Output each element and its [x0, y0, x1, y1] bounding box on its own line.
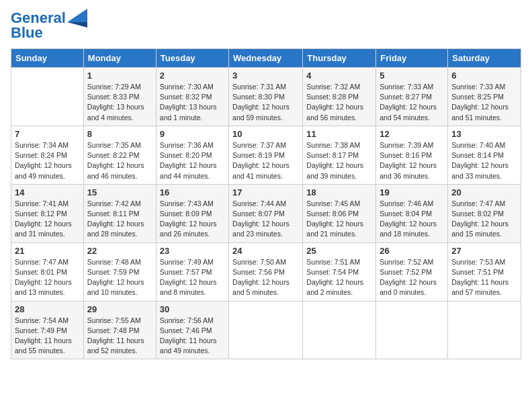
- calendar-cell: 1Sunrise: 7:29 AM Sunset: 8:33 PM Daylig…: [83, 68, 156, 126]
- day-number: 13: [451, 129, 517, 139]
- day-info: Sunrise: 7:37 AM Sunset: 8:19 PM Dayligh…: [232, 140, 299, 181]
- day-info: Sunrise: 7:48 AM Sunset: 7:59 PM Dayligh…: [87, 257, 152, 298]
- calendar-cell: [303, 301, 376, 359]
- calendar-cell: [448, 301, 521, 359]
- calendar-cell: 12Sunrise: 7:39 AM Sunset: 8:16 PM Dayli…: [376, 126, 448, 184]
- day-number: 3: [232, 71, 299, 81]
- day-number: 26: [380, 246, 444, 256]
- day-info: Sunrise: 7:34 AM Sunset: 8:24 PM Dayligh…: [15, 140, 80, 181]
- day-number: 10: [232, 129, 299, 139]
- calendar-cell: 9Sunrise: 7:36 AM Sunset: 8:20 PM Daylig…: [156, 126, 228, 184]
- column-header-friday: Friday: [376, 49, 448, 68]
- calendar-cell: 6Sunrise: 7:33 AM Sunset: 8:25 PM Daylig…: [448, 68, 521, 126]
- day-number: 21: [15, 246, 80, 256]
- day-info: Sunrise: 7:30 AM Sunset: 8:32 PM Dayligh…: [160, 82, 225, 123]
- calendar-cell: [229, 301, 303, 359]
- day-info: Sunrise: 7:47 AM Sunset: 8:01 PM Dayligh…: [15, 257, 80, 298]
- day-info: Sunrise: 7:32 AM Sunset: 8:28 PM Dayligh…: [306, 82, 372, 123]
- calendar-cell: 25Sunrise: 7:51 AM Sunset: 7:54 PM Dayli…: [303, 242, 376, 301]
- day-number: 4: [306, 71, 372, 81]
- calendar-week-row: 28Sunrise: 7:54 AM Sunset: 7:49 PM Dayli…: [11, 301, 521, 359]
- calendar-cell: [376, 301, 448, 359]
- day-info: Sunrise: 7:56 AM Sunset: 7:46 PM Dayligh…: [160, 316, 225, 357]
- calendar-cell: 30Sunrise: 7:56 AM Sunset: 7:46 PM Dayli…: [156, 301, 228, 359]
- logo-blue: Blue: [11, 24, 43, 41]
- day-info: Sunrise: 7:29 AM Sunset: 8:33 PM Dayligh…: [87, 82, 152, 123]
- day-number: 28: [15, 304, 80, 314]
- column-header-tuesday: Tuesday: [156, 49, 228, 68]
- calendar-cell: 28Sunrise: 7:54 AM Sunset: 7:49 PM Dayli…: [11, 301, 84, 359]
- day-number: 2: [160, 71, 225, 81]
- calendar-body: 1Sunrise: 7:29 AM Sunset: 8:33 PM Daylig…: [11, 68, 521, 359]
- calendar-cell: 2Sunrise: 7:30 AM Sunset: 8:32 PM Daylig…: [156, 68, 228, 126]
- day-number: 25: [306, 246, 372, 256]
- day-number: 17: [232, 187, 299, 197]
- day-info: Sunrise: 7:51 AM Sunset: 7:54 PM Dayligh…: [306, 257, 372, 298]
- calendar-cell: 18Sunrise: 7:45 AM Sunset: 8:06 PM Dayli…: [303, 184, 376, 242]
- calendar-cell: 4Sunrise: 7:32 AM Sunset: 8:28 PM Daylig…: [303, 68, 376, 126]
- calendar-cell: 14Sunrise: 7:41 AM Sunset: 8:12 PM Dayli…: [11, 184, 84, 242]
- day-number: 27: [451, 246, 517, 256]
- day-number: 22: [87, 246, 152, 256]
- calendar-cell: 20Sunrise: 7:47 AM Sunset: 8:02 PM Dayli…: [448, 184, 521, 242]
- day-info: Sunrise: 7:38 AM Sunset: 8:17 PM Dayligh…: [306, 140, 372, 181]
- calendar-cell: 19Sunrise: 7:46 AM Sunset: 8:04 PM Dayli…: [376, 184, 448, 242]
- svg-marker-0: [67, 9, 87, 22]
- day-number: 15: [87, 187, 152, 197]
- calendar-cell: 10Sunrise: 7:37 AM Sunset: 8:19 PM Dayli…: [229, 126, 303, 184]
- day-info: Sunrise: 7:53 AM Sunset: 7:51 PM Dayligh…: [451, 257, 517, 298]
- svg-marker-1: [67, 22, 87, 28]
- day-number: 18: [306, 187, 372, 197]
- column-header-monday: Monday: [83, 49, 156, 68]
- calendar-cell: 13Sunrise: 7:40 AM Sunset: 8:14 PM Dayli…: [448, 126, 521, 184]
- calendar-cell: 23Sunrise: 7:49 AM Sunset: 7:57 PM Dayli…: [156, 242, 228, 301]
- day-number: 12: [380, 129, 444, 139]
- day-number: 24: [232, 246, 299, 256]
- day-info: Sunrise: 7:33 AM Sunset: 8:27 PM Dayligh…: [380, 82, 444, 123]
- day-info: Sunrise: 7:43 AM Sunset: 8:09 PM Dayligh…: [160, 199, 225, 240]
- day-number: 11: [306, 129, 372, 139]
- day-info: Sunrise: 7:50 AM Sunset: 7:56 PM Dayligh…: [232, 257, 299, 298]
- day-info: Sunrise: 7:54 AM Sunset: 7:49 PM Dayligh…: [15, 316, 80, 357]
- day-number: 6: [451, 71, 517, 81]
- day-number: 30: [160, 304, 225, 314]
- calendar-cell: 3Sunrise: 7:31 AM Sunset: 8:30 PM Daylig…: [229, 68, 303, 126]
- day-info: Sunrise: 7:33 AM Sunset: 8:25 PM Dayligh…: [451, 82, 517, 123]
- logo-text: General Blue: [11, 11, 66, 40]
- calendar-week-row: 21Sunrise: 7:47 AM Sunset: 8:01 PM Dayli…: [11, 242, 521, 301]
- day-info: Sunrise: 7:46 AM Sunset: 8:04 PM Dayligh…: [380, 199, 444, 240]
- day-info: Sunrise: 7:49 AM Sunset: 7:57 PM Dayligh…: [160, 257, 225, 298]
- calendar-cell: 27Sunrise: 7:53 AM Sunset: 7:51 PM Dayli…: [448, 242, 521, 301]
- header: General Blue: [11, 11, 521, 40]
- calendar-cell: 26Sunrise: 7:52 AM Sunset: 7:52 PM Dayli…: [376, 242, 448, 301]
- calendar-week-row: 14Sunrise: 7:41 AM Sunset: 8:12 PM Dayli…: [11, 184, 521, 242]
- day-number: 29: [87, 304, 152, 314]
- day-number: 14: [15, 187, 80, 197]
- calendar-cell: 29Sunrise: 7:55 AM Sunset: 7:48 PM Dayli…: [83, 301, 156, 359]
- day-info: Sunrise: 7:44 AM Sunset: 8:07 PM Dayligh…: [232, 199, 299, 240]
- column-header-sunday: Sunday: [11, 49, 84, 68]
- day-number: 20: [451, 187, 517, 197]
- calendar-cell: 16Sunrise: 7:43 AM Sunset: 8:09 PM Dayli…: [156, 184, 228, 242]
- calendar-week-row: 1Sunrise: 7:29 AM Sunset: 8:33 PM Daylig…: [11, 68, 521, 126]
- day-info: Sunrise: 7:47 AM Sunset: 8:02 PM Dayligh…: [451, 199, 517, 240]
- day-info: Sunrise: 7:45 AM Sunset: 8:06 PM Dayligh…: [306, 199, 372, 240]
- day-number: 5: [380, 71, 444, 81]
- calendar-week-row: 7Sunrise: 7:34 AM Sunset: 8:24 PM Daylig…: [11, 126, 521, 184]
- day-number: 23: [160, 246, 225, 256]
- day-info: Sunrise: 7:39 AM Sunset: 8:16 PM Dayligh…: [380, 140, 444, 181]
- calendar-cell: 24Sunrise: 7:50 AM Sunset: 7:56 PM Dayli…: [229, 242, 303, 301]
- calendar-cell: 15Sunrise: 7:42 AM Sunset: 8:11 PM Dayli…: [83, 184, 156, 242]
- calendar-header-row: SundayMondayTuesdayWednesdayThursdayFrid…: [11, 49, 521, 68]
- day-info: Sunrise: 7:41 AM Sunset: 8:12 PM Dayligh…: [15, 199, 80, 240]
- calendar-cell: 21Sunrise: 7:47 AM Sunset: 8:01 PM Dayli…: [11, 242, 84, 301]
- calendar-cell: 7Sunrise: 7:34 AM Sunset: 8:24 PM Daylig…: [11, 126, 84, 184]
- day-info: Sunrise: 7:42 AM Sunset: 8:11 PM Dayligh…: [87, 199, 152, 240]
- day-number: 9: [160, 129, 225, 139]
- logo: General Blue: [11, 11, 87, 40]
- calendar-cell: 5Sunrise: 7:33 AM Sunset: 8:27 PM Daylig…: [376, 68, 448, 126]
- calendar-cell: 17Sunrise: 7:44 AM Sunset: 8:07 PM Dayli…: [229, 184, 303, 242]
- calendar-table: SundayMondayTuesdayWednesdayThursdayFrid…: [11, 48, 521, 359]
- day-number: 1: [87, 71, 152, 81]
- day-number: 19: [380, 187, 444, 197]
